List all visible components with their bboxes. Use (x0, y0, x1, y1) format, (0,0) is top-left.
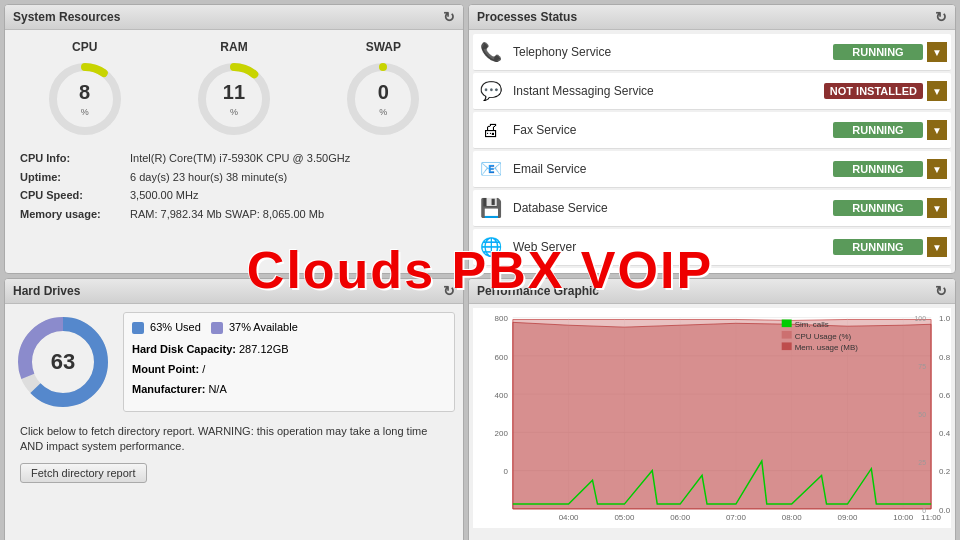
svg-text:0.4: 0.4 (939, 429, 951, 438)
performance-svg: 800 600 400 200 0 1.0 0.8 0.6 0.4 0.2 0.… (473, 308, 951, 528)
used-legend-dot (132, 322, 144, 334)
ram-ring: 11 % (194, 59, 274, 139)
available-legend-dot (211, 322, 223, 334)
processes-refresh-icon[interactable]: ↻ (935, 9, 947, 25)
svg-text:06:00: 06:00 (670, 513, 691, 522)
system-resources-header: System Resources ↻ (5, 5, 463, 30)
svg-text:100: 100 (914, 316, 926, 323)
telephony-status: RUNNING (833, 44, 923, 60)
available-legend: 37% Available (211, 321, 298, 334)
cpu-info-row-2: CPU Speed: 3,500.00 MHz (20, 186, 448, 205)
svg-text:11:00: 11:00 (921, 513, 942, 522)
svg-text:04:00: 04:00 (559, 513, 580, 522)
hard-drives-panel: Hard Drives ↻ 63 63% Used (4, 278, 464, 540)
cpu-value: 8 % (79, 81, 90, 118)
svg-text:07:00: 07:00 (726, 513, 747, 522)
fax-dropdown[interactable]: ▼ (927, 120, 947, 140)
email-name: Email Service (513, 162, 833, 176)
cpu-info-value-3: RAM: 7,982.34 Mb SWAP: 8,065.00 Mb (130, 205, 324, 224)
callcenter-icon: 🎧 (477, 272, 505, 274)
disk-manufacturer: N/A (208, 383, 226, 395)
fetch-warning: Click below to fetch directory report. W… (5, 420, 463, 459)
im-name: Instant Messaging Service (513, 84, 824, 98)
database-name: Database Service (513, 201, 833, 215)
disk-capacity-row: Hard Disk Capacity: 287.12GB (132, 340, 446, 360)
list-item: 🖨 Fax Service RUNNING ▼ (473, 112, 951, 149)
performance-graph-header: Performance Graphic ↻ (469, 279, 955, 304)
main-container: System Resources ↻ CPU 8 % (0, 0, 960, 540)
graph-content: 800 600 400 200 0 1.0 0.8 0.6 0.4 0.2 0.… (469, 304, 955, 540)
fax-status: RUNNING (833, 122, 923, 138)
cpu-ring: 8 % (45, 59, 125, 139)
svg-text:50: 50 (918, 411, 926, 418)
webserver-icon: 🌐 (477, 233, 505, 261)
database-icon: 💾 (477, 194, 505, 222)
cpu-info-label-2: CPU Speed: (20, 186, 130, 205)
cpu-info: CPU Info: Intel(R) Core(TM) i7-5930K CPU… (5, 144, 463, 229)
disk-mount: / (202, 363, 205, 375)
hard-drives-header: Hard Drives ↻ (5, 279, 463, 304)
performance-graph-panel: Performance Graphic ↻ (468, 278, 956, 540)
swap-unit: % (379, 107, 387, 117)
performance-refresh-icon[interactable]: ↻ (935, 283, 947, 299)
svg-text:800: 800 (495, 315, 509, 324)
disk-used-percent: 63 (51, 349, 75, 375)
cpu-label: CPU (72, 40, 97, 54)
list-item: 💬 Instant Messaging Service NOT INSTALLE… (473, 73, 951, 110)
cpu-info-row-3: Memory usage: RAM: 7,982.34 Mb SWAP: 8,0… (20, 205, 448, 224)
process-list: 📞 Telephony Service RUNNING ▼ 💬 Instant … (469, 30, 955, 274)
telephony-dropdown[interactable]: ▼ (927, 42, 947, 62)
svg-text:0.8: 0.8 (939, 353, 950, 362)
svg-rect-49 (782, 331, 792, 339)
processes-status-panel: Processes Status ↻ 📞 Telephony Service R… (468, 4, 956, 274)
cpu-info-label-1: Uptime: (20, 168, 130, 187)
svg-text:25: 25 (918, 459, 926, 466)
ram-label: RAM (220, 40, 247, 54)
fax-name: Fax Service (513, 123, 833, 137)
svg-text:Sim. calls: Sim. calls (795, 320, 829, 329)
svg-text:75: 75 (918, 363, 926, 370)
processes-status-header: Processes Status ↻ (469, 5, 955, 30)
svg-text:400: 400 (495, 391, 509, 400)
im-status: NOT INSTALLED (824, 83, 923, 99)
svg-text:0.2: 0.2 (939, 468, 950, 477)
list-item: 📧 Email Service RUNNING ▼ (473, 151, 951, 188)
hard-drives-refresh-icon[interactable]: ↻ (443, 283, 455, 299)
system-resources-title: System Resources (13, 10, 120, 24)
svg-text:200: 200 (495, 429, 509, 438)
webserver-name: Web Server (513, 240, 833, 254)
performance-graph-title: Performance Graphic (477, 284, 599, 298)
gauges-row: CPU 8 % RAM (5, 30, 463, 144)
webserver-dropdown[interactable]: ▼ (927, 237, 947, 257)
cpu-unit: % (81, 107, 89, 117)
list-item: 🌐 Web Server RUNNING ▼ (473, 229, 951, 266)
database-status: RUNNING (833, 200, 923, 216)
cpu-info-label-0: CPU Info: (20, 149, 130, 168)
email-dropdown[interactable]: ▼ (927, 159, 947, 179)
webserver-status: RUNNING (833, 239, 923, 255)
cpu-info-row-0: CPU Info: Intel(R) Core(TM) i7-5930K CPU… (20, 149, 448, 168)
cpu-number: 8 (79, 81, 90, 104)
svg-rect-51 (782, 342, 792, 350)
hard-drives-content: 63 63% Used 37% Available Hard Disk Capa… (5, 304, 463, 420)
svg-text:Mem. usage (MB): Mem. usage (MB) (795, 343, 859, 352)
system-resources-refresh-icon[interactable]: ↻ (443, 9, 455, 25)
svg-text:1.0: 1.0 (939, 315, 951, 324)
disk-details: Hard Disk Capacity: 287.12GB Mount Point… (132, 340, 446, 399)
fetch-directory-button[interactable]: Fetch directory report (20, 463, 147, 483)
svg-text:10:00: 10:00 (893, 513, 914, 522)
svg-text:CPU Usage (%): CPU Usage (%) (795, 332, 852, 341)
ram-unit: % (230, 107, 238, 117)
disk-info-box: 63% Used 37% Available Hard Disk Capacit… (123, 312, 455, 412)
email-status: RUNNING (833, 161, 923, 177)
im-icon: 💬 (477, 77, 505, 105)
telephony-name: Telephony Service (513, 45, 833, 59)
swap-value: 0 % (378, 81, 389, 118)
svg-text:0: 0 (503, 468, 508, 477)
telephony-icon: 📞 (477, 38, 505, 66)
database-dropdown[interactable]: ▼ (927, 198, 947, 218)
im-dropdown[interactable]: ▼ (927, 81, 947, 101)
swap-label: SWAP (366, 40, 401, 54)
system-resources-panel: System Resources ↻ CPU 8 % (4, 4, 464, 274)
svg-text:09:00: 09:00 (837, 513, 858, 522)
